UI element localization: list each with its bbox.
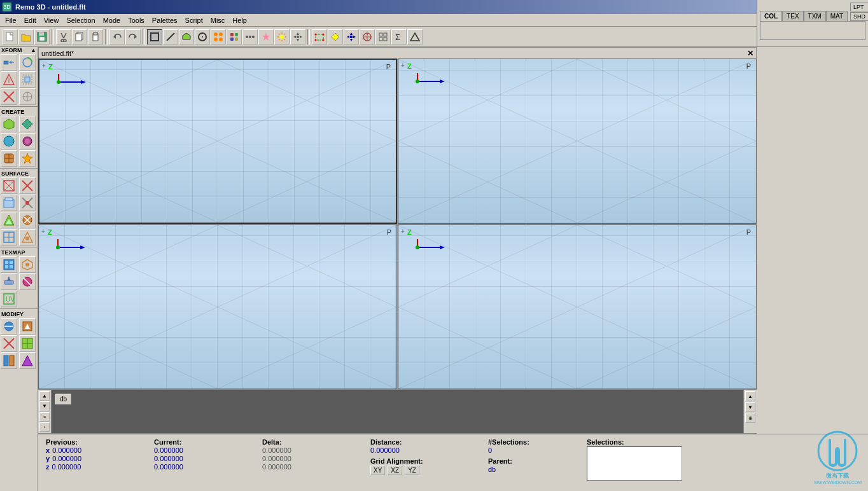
- texmap-btn-4[interactable]: [19, 273, 36, 290]
- tab-shd[interactable]: SHD: [850, 12, 868, 21]
- cut-button[interactable]: [56, 29, 71, 45]
- xform-btn-3[interactable]: [1, 71, 17, 88]
- snap-button[interactable]: [360, 29, 375, 45]
- menu-selection[interactable]: Selection: [62, 15, 99, 25]
- tab-tex[interactable]: TEX: [782, 11, 803, 21]
- viewport-bottomleft[interactable]: Z P +: [38, 225, 397, 390]
- select-circle-button[interactable]: [195, 29, 210, 45]
- menu-file[interactable]: File: [1, 15, 20, 25]
- status-grid: Previous: x 0.000000 y 0.000000 z 0.0000…: [43, 437, 863, 488]
- tab-lpt[interactable]: LPT: [850, 3, 868, 11]
- modify-btn-2[interactable]: [19, 318, 36, 335]
- texmap-btn-3[interactable]: [1, 273, 17, 290]
- copy-button[interactable]: [72, 29, 87, 45]
- sigma-button[interactable]: Σ: [391, 29, 407, 45]
- light-button[interactable]: [328, 29, 343, 45]
- svg-marker-147: [440, 80, 445, 83]
- svg-marker-49: [347, 36, 349, 38]
- menu-misc[interactable]: Misc: [207, 15, 229, 25]
- viewport-bottomright[interactable]: Z P +: [398, 225, 757, 390]
- menu-palettes[interactable]: Palettes: [148, 15, 181, 25]
- surface-btn-5[interactable]: [1, 212, 17, 228]
- undo-button[interactable]: [109, 29, 125, 45]
- surface-btn-1[interactable]: [1, 177, 17, 194]
- vp-p-label-tr: P: [746, 62, 751, 70]
- redo-button[interactable]: [125, 29, 141, 45]
- viewport-close-button[interactable]: ✕: [747, 49, 753, 58]
- save-button[interactable]: [34, 29, 50, 45]
- anim-back-fast-button[interactable]: «: [39, 412, 50, 422]
- bbox-button[interactable]: [312, 29, 327, 45]
- modify-btn-3[interactable]: [1, 335, 17, 352]
- xform-btn-4[interactable]: [19, 71, 36, 88]
- create-btn-3[interactable]: [1, 133, 17, 149]
- svg-point-42: [315, 33, 317, 35]
- grid-xy-button[interactable]: XY: [370, 466, 385, 475]
- group-tool-1[interactable]: [211, 29, 226, 45]
- create-btn-6[interactable]: [19, 150, 36, 167]
- surface-btn-3[interactable]: [1, 195, 17, 211]
- svg-marker-48: [350, 39, 353, 41]
- texmap-btn-2[interactable]: [19, 256, 36, 273]
- grid-button[interactable]: [375, 29, 391, 45]
- surface-btn-7[interactable]: [1, 229, 17, 246]
- timeline-tag-db[interactable]: db: [55, 394, 71, 405]
- surface-btn-8[interactable]: [19, 229, 36, 246]
- surface-btn-2[interactable]: [19, 177, 36, 194]
- move-tool[interactable]: [290, 29, 305, 45]
- menu-edit[interactable]: Edit: [20, 15, 40, 25]
- anim-down-button[interactable]: ▼: [39, 401, 50, 411]
- modify-btn-4[interactable]: [19, 335, 36, 352]
- paste-button[interactable]: [88, 29, 103, 45]
- svg-text:UV: UV: [6, 296, 15, 303]
- prev-z-value: 0.000000: [52, 463, 81, 471]
- anim-right-up[interactable]: ▲: [745, 391, 755, 401]
- select-line-button[interactable]: [163, 29, 178, 45]
- select-poly-button[interactable]: [179, 29, 194, 45]
- xform-btn-6[interactable]: [19, 88, 36, 105]
- star-tool[interactable]: [258, 29, 274, 45]
- viewport-topleft[interactable]: Z P +: [38, 59, 397, 224]
- group-tool-2[interactable]: [227, 29, 242, 45]
- svg-marker-38: [293, 36, 296, 38]
- modify-btn-6[interactable]: [19, 352, 36, 369]
- menu-tools[interactable]: Tools: [124, 15, 148, 25]
- grid-yz-button[interactable]: YZ: [405, 466, 419, 475]
- modify-btn-1[interactable]: [1, 318, 17, 335]
- modify-btn-5[interactable]: [1, 352, 17, 369]
- xform-arrow[interactable]: ▲: [31, 47, 36, 53]
- menu-script[interactable]: Script: [181, 15, 207, 25]
- anim-back-button[interactable]: ‹: [39, 422, 50, 432]
- new-button[interactable]: [3, 29, 18, 45]
- surface-btn-6[interactable]: [19, 212, 36, 228]
- anim-right-down[interactable]: ▼: [745, 402, 755, 412]
- open-button[interactable]: [18, 29, 34, 45]
- create-btn-2[interactable]: [19, 116, 36, 132]
- menu-view[interactable]: View: [40, 15, 63, 25]
- move-snap-button[interactable]: [344, 29, 359, 45]
- xform-btn-2[interactable]: [19, 54, 36, 71]
- grid-xz-button[interactable]: XZ: [388, 466, 402, 475]
- svg-marker-157: [80, 246, 85, 249]
- select-rect-button[interactable]: [147, 29, 162, 45]
- tab-col[interactable]: COL: [760, 11, 782, 21]
- sun-tool[interactable]: [274, 29, 290, 45]
- tab-mat[interactable]: MAT: [826, 11, 848, 21]
- menu-help[interactable]: Help: [228, 15, 251, 25]
- create-btn-1[interactable]: [1, 116, 17, 132]
- delta-button[interactable]: [407, 29, 423, 45]
- texmap-btn-5[interactable]: UV: [1, 291, 17, 307]
- surface-btn-4[interactable]: [19, 195, 36, 211]
- create-btn-5[interactable]: [1, 150, 17, 167]
- anim-right-snap[interactable]: ⊕: [745, 413, 755, 423]
- texmap-btn-1[interactable]: [1, 256, 17, 273]
- xform-btn-1[interactable]: [1, 54, 17, 71]
- xform-btn-5[interactable]: [1, 88, 17, 105]
- vp-cross-br: +: [401, 228, 405, 235]
- create-btn-4[interactable]: [19, 133, 36, 149]
- viewport-topright[interactable]: Z P +: [398, 59, 757, 224]
- anim-up-button[interactable]: ▲: [39, 391, 50, 401]
- dot-tool-1[interactable]: [242, 29, 258, 45]
- tab-txm[interactable]: TXM: [804, 11, 826, 21]
- menu-mode[interactable]: Mode: [99, 15, 125, 25]
